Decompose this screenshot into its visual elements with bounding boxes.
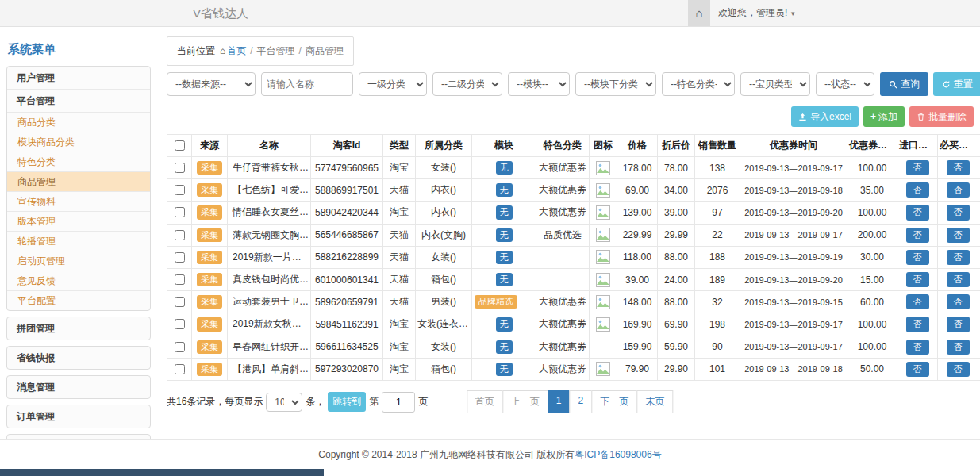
must-buy-toggle[interactable]: 否 bbox=[947, 205, 970, 220]
reset-button[interactable]: 重置 bbox=[933, 72, 980, 96]
must-buy-toggle-cell: 否 bbox=[938, 246, 978, 268]
page-button-2[interactable]: 1 bbox=[548, 390, 571, 413]
product-thumbnail-icon[interactable] bbox=[596, 362, 610, 376]
row-checkbox[interactable] bbox=[175, 319, 185, 329]
sidebar-item-product-management[interactable]: 商品管理 bbox=[7, 172, 150, 192]
sidebar-item-product-category[interactable]: 商品分类 bbox=[7, 113, 150, 132]
price: 178.00 bbox=[617, 157, 658, 179]
row-checkbox-cell bbox=[167, 224, 192, 246]
product-thumbnail-icon[interactable] bbox=[596, 228, 610, 242]
source-cell: 采集 bbox=[192, 336, 228, 358]
sidebar-item-version-management[interactable]: 版本管理 bbox=[7, 212, 150, 232]
user-menu[interactable]: 欢迎您，管理员!▼ bbox=[718, 0, 796, 27]
row-checkbox[interactable] bbox=[175, 274, 185, 285]
category-level1-select[interactable]: 一级分类 bbox=[359, 72, 427, 96]
page-button-5[interactable]: 末页 bbox=[636, 390, 673, 413]
product-thumbnail-icon[interactable] bbox=[596, 273, 610, 287]
name-input[interactable] bbox=[261, 72, 353, 96]
sidebar-item-module-product-category[interactable]: 模块商品分类 bbox=[7, 132, 150, 152]
app-window: V省钱达人 ⌂ 欢迎您，管理员!▼ 系统菜单 用户管理平台管理商品分类模块商品分… bbox=[0, 0, 980, 476]
row-checkbox[interactable] bbox=[175, 252, 185, 263]
must-buy-toggle[interactable]: 否 bbox=[947, 340, 970, 355]
must-buy-toggle[interactable]: 否 bbox=[947, 272, 970, 287]
sidebar-item-order-management[interactable]: 订单管理 bbox=[7, 405, 150, 428]
import-excel-button[interactable]: 导入excel bbox=[791, 106, 859, 127]
horizontal-scrollbar[interactable] bbox=[0, 469, 324, 476]
module-select[interactable]: --模块-- bbox=[508, 72, 570, 96]
jump-prefix-text: 第 bbox=[369, 395, 379, 409]
import-select-toggle[interactable]: 否 bbox=[906, 317, 929, 332]
sales-count: 101 bbox=[695, 358, 740, 380]
table-row: 采集早春网红针织开衫女春...596611634525淘宝女装()无大额优惠券1… bbox=[167, 336, 980, 358]
must-buy-toggle[interactable]: 否 bbox=[947, 160, 970, 175]
must-buy-toggle[interactable]: 否 bbox=[947, 228, 970, 243]
import-select-toggle[interactable]: 否 bbox=[906, 182, 929, 198]
discount-price: 29.99 bbox=[658, 224, 695, 246]
coupon-amount: 200.00 bbox=[847, 224, 897, 246]
sidebar-item-message-management[interactable]: 消息管理 bbox=[7, 376, 150, 398]
module-subcategory-select[interactable]: --模块下分类-- bbox=[575, 72, 656, 96]
status-select[interactable]: --状态-- bbox=[816, 72, 874, 96]
product-thumbnail-icon[interactable] bbox=[596, 317, 610, 332]
import-select-toggle[interactable]: 否 bbox=[906, 250, 929, 265]
must-buy-toggle[interactable]: 否 bbox=[947, 250, 970, 265]
icp-link[interactable]: 粤ICP备16098006号 bbox=[575, 449, 661, 460]
must-buy-toggle[interactable]: 否 bbox=[947, 182, 970, 198]
data-source-select[interactable]: --数据来源-- bbox=[167, 72, 256, 96]
import-select-toggle[interactable]: 否 bbox=[906, 205, 929, 220]
sidebar-item-feedback[interactable]: 意见反馈 bbox=[7, 271, 150, 291]
page-jump-input[interactable] bbox=[382, 392, 415, 413]
home-button[interactable]: ⌂ bbox=[688, 0, 710, 26]
sidebar-item-promo-materials[interactable]: 宣传物料 bbox=[7, 192, 150, 212]
sidebar-item-group-buy-management[interactable]: 拼团管理 bbox=[7, 317, 150, 340]
featured-category-select[interactable]: --特色分类-- bbox=[662, 72, 735, 96]
must-buy-toggle[interactable]: 否 bbox=[947, 362, 970, 377]
page-button-4[interactable]: 下一页 bbox=[591, 390, 637, 413]
product-thumbnail-icon[interactable] bbox=[596, 295, 610, 309]
search-button[interactable]: 查询 bbox=[880, 72, 928, 96]
row-checkbox[interactable] bbox=[175, 207, 185, 217]
import-select-toggle[interactable]: 否 bbox=[906, 362, 929, 377]
category-level2-select[interactable]: --二级分类-- bbox=[432, 72, 502, 96]
row-checkbox[interactable] bbox=[175, 364, 185, 374]
row-checkbox[interactable] bbox=[175, 230, 185, 240]
icon-cell bbox=[590, 313, 617, 336]
must-buy-toggle[interactable]: 否 bbox=[947, 294, 970, 309]
product-name: 【港风】单肩斜挎链条... bbox=[228, 358, 311, 380]
product-thumbnail-icon[interactable] bbox=[596, 183, 610, 198]
sidebar-item-platform-config[interactable]: 平台配置 bbox=[7, 291, 150, 310]
import-select-toggle[interactable]: 否 bbox=[906, 160, 929, 175]
product-thumbnail-icon[interactable] bbox=[596, 250, 610, 264]
product-thumbnail-icon[interactable] bbox=[596, 205, 610, 220]
trash-icon bbox=[917, 113, 925, 121]
row-checkbox[interactable] bbox=[175, 297, 185, 307]
import-select-toggle[interactable]: 否 bbox=[906, 228, 929, 243]
import-select-toggle[interactable]: 否 bbox=[906, 340, 929, 355]
product-thumbnail-icon[interactable] bbox=[596, 161, 610, 175]
sidebar: 系统菜单 用户管理平台管理商品分类模块商品分类特色分类商品管理宣传物料版本管理轮… bbox=[6, 35, 151, 476]
row-checkbox[interactable] bbox=[175, 163, 185, 173]
import-select-toggle[interactable]: 否 bbox=[906, 294, 929, 309]
jump-button[interactable]: 跳转到 bbox=[328, 392, 366, 412]
batch-delete-button[interactable]: 批量删除 bbox=[909, 106, 974, 127]
coupon-time: 2019-09-13—2019-09-17 bbox=[740, 157, 847, 179]
feature-category: 品质优选 bbox=[536, 224, 590, 246]
import-select-toggle[interactable]: 否 bbox=[906, 272, 929, 287]
select-all-checkbox[interactable] bbox=[175, 140, 185, 151]
product-name: 运动套装男士卫衣初秋... bbox=[228, 291, 311, 313]
row-checkbox[interactable] bbox=[175, 342, 185, 352]
breadcrumb-home-link[interactable]: 首页 bbox=[227, 45, 246, 56]
row-checkbox[interactable] bbox=[175, 185, 185, 195]
sidebar-item-featured-category[interactable]: 特色分类 bbox=[7, 152, 150, 172]
sidebar-item-saving-news[interactable]: 省钱快报 bbox=[7, 347, 150, 369]
sidebar-item-carousel-management[interactable]: 轮播管理 bbox=[7, 232, 150, 251]
must-buy-toggle-cell: 否 bbox=[938, 179, 978, 202]
page-button-3[interactable]: 2 bbox=[570, 390, 593, 413]
must-buy-toggle[interactable]: 否 bbox=[947, 317, 970, 332]
sidebar-item-user-management[interactable]: 用户管理 bbox=[7, 67, 150, 90]
add-button[interactable]: + 添加 bbox=[863, 106, 905, 127]
sidebar-item-platform-management[interactable]: 平台管理 bbox=[7, 90, 150, 113]
sidebar-item-splash-page-management[interactable]: 启动页管理 bbox=[7, 251, 150, 271]
item-type-select[interactable]: --宝贝类型-- bbox=[740, 72, 810, 96]
page-size-select[interactable]: 10 bbox=[266, 393, 302, 412]
